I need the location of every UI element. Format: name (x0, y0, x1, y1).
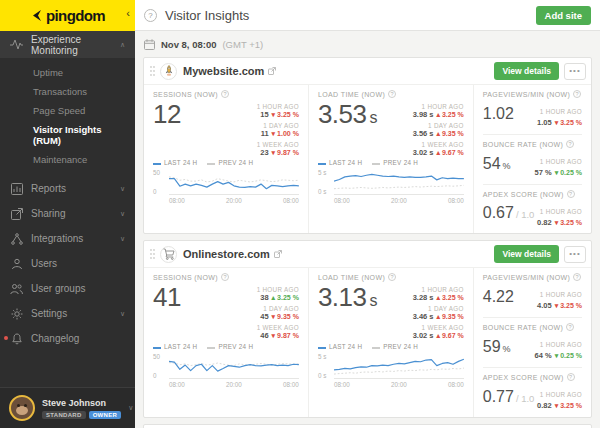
legend-last-swatch (318, 347, 326, 349)
history-value: 57 % (535, 168, 552, 177)
loadtime-column: LOAD TIME (NOW) 3.53s 1 HOUR AGO 3.98 s▴… (308, 85, 473, 233)
legend-prev-swatch (372, 347, 380, 349)
add-site-button[interactable]: Add site (536, 6, 591, 25)
sessions-column: SESSIONS (NOW) 41 1 HOUR AGO 38▴ 3.25 % … (144, 268, 308, 416)
help-icon[interactable] (388, 273, 396, 281)
sidebar-submenu: Uptime Transactions Page Speed Visitor I… (0, 58, 135, 176)
history-delta: ▾ 0.25 % (555, 352, 582, 359)
site-card: Mywebsite.com View details SESSIONS (NOW… (143, 57, 592, 234)
history-delta: ▴ 3.25 % (272, 294, 299, 301)
sidebar-item-visitor-insights[interactable]: Visitor Insights (RUM) (0, 120, 135, 150)
help-icon[interactable] (144, 9, 157, 22)
history-label: 1 WEEK AGO (257, 141, 299, 148)
history-label: 1 HOUR AGO (257, 103, 299, 110)
chart-legend: LAST 24 H PREV 24 H (318, 343, 464, 350)
history-label: 1 HOUR AGO (540, 341, 582, 348)
bounce-value: 54% (483, 155, 511, 173)
view-details-button[interactable]: View details (494, 245, 559, 263)
sidebar-item-page-speed[interactable]: Page Speed (0, 101, 135, 120)
drag-handle-icon[interactable] (148, 63, 157, 79)
pingdom-logo-text: pingdom (46, 7, 105, 24)
history-label: 1 HOUR AGO (257, 286, 299, 293)
legend-last-label: LAST 24 H (164, 343, 197, 350)
x-tick: 08:00 (169, 381, 185, 388)
help-icon[interactable] (573, 90, 581, 98)
bounce-number: 59 (483, 338, 501, 355)
share-icon (10, 207, 23, 220)
bounce-value: 59% (483, 338, 511, 356)
apdex-label: APDEX SCORE (NOW) (483, 374, 564, 381)
help-icon[interactable] (567, 373, 575, 381)
history-label: 1 HOUR AGO (540, 108, 582, 115)
sidebar-item-transactions[interactable]: Transactions (0, 82, 135, 101)
sessions-chart (169, 353, 299, 379)
sidebar-collapse-icon[interactable]: ‹ (126, 8, 130, 19)
more-button[interactable] (564, 246, 586, 263)
sidebar-item-uptime[interactable]: Uptime (0, 63, 135, 82)
history-value: 1.05 (537, 118, 552, 127)
history-label: 1 WEEK AGO (413, 141, 464, 148)
help-icon[interactable] (567, 190, 575, 198)
sidebar-item-integrations[interactable]: Integrations ∨ (0, 226, 135, 251)
sidebar-item-label: Integrations (31, 233, 83, 244)
user-name: Steve Johnson (42, 398, 121, 408)
site-name: Onlinestore.com (183, 248, 270, 260)
history-value: 45 (260, 312, 268, 321)
drag-handle-icon[interactable] (148, 246, 157, 262)
history-value: 11 (261, 129, 269, 138)
user-menu[interactable]: Steve Johnson STANDARD OWNER ∨ (0, 387, 135, 428)
help-icon[interactable] (221, 273, 229, 281)
sidebar-item-maintenance[interactable]: Maintenance (0, 150, 135, 169)
pingdom-logo[interactable]: pingdom ‹ (0, 0, 135, 31)
history-delta: ▴ 9.67 % (436, 332, 463, 339)
sessions-history: 1 HOUR AGO 38▴ 3.25 % 1 DAY AGO 45▾ 9.35… (257, 284, 299, 340)
loadtime-chart (334, 353, 464, 379)
chevron-down-icon: ∨ (120, 185, 125, 193)
site-name: Mywebsite.com (183, 65, 264, 77)
x-tick: 08:00 (283, 197, 299, 204)
sidebar-item-experience-monitoring[interactable]: Experience Monitoring ∧ (0, 31, 135, 58)
sessions-sparkline: 500 08:0020:0008:00 (153, 353, 299, 388)
help-icon[interactable] (566, 323, 574, 331)
x-tick: 20:00 (226, 381, 242, 388)
sessions-label: SESSIONS (NOW) (153, 91, 218, 98)
help-icon[interactable] (566, 140, 574, 148)
main-content: Visitor Insights Add site Nov 8, 08:00 (… (135, 0, 600, 428)
legend-last-label: LAST 24 H (329, 343, 362, 350)
apdex-denominator: / 1.0 (516, 393, 535, 404)
history-label: 1 HOUR AGO (413, 103, 464, 110)
sidebar-item-changelog[interactable]: Changelog (0, 326, 135, 351)
loadtime-chart (334, 169, 464, 195)
sidebar-item-users[interactable]: Users (0, 251, 135, 276)
x-tick: 08:00 (283, 381, 299, 388)
help-icon[interactable] (573, 273, 581, 281)
notification-dot (4, 336, 8, 340)
sidebar-item-label: Settings (31, 308, 67, 319)
more-button[interactable] (564, 63, 586, 80)
external-link-icon[interactable] (268, 67, 276, 75)
site-favicon (160, 63, 177, 80)
history-delta: ▾ 3.25 % (272, 111, 299, 118)
rocket-icon (164, 65, 174, 77)
apdex-metric: APDEX SCORE (NOW) 0.67/ 1.0 1 HOUR AGO 0… (483, 185, 582, 234)
sidebar-item-user-groups[interactable]: User groups (0, 276, 135, 301)
site-cards-list: Mywebsite.com View details SESSIONS (NOW… (135, 57, 600, 428)
date-picker[interactable]: Nov 8, 08:00 (GMT +1) (135, 31, 600, 57)
site-favicon (160, 246, 177, 263)
help-icon[interactable] (221, 90, 229, 98)
history-value: 3.02 s (413, 148, 434, 157)
sidebar-item-reports[interactable]: Reports ∨ (0, 176, 135, 201)
history-value: 3.56 s (413, 129, 434, 138)
view-details-button[interactable]: View details (494, 62, 559, 80)
help-icon[interactable] (388, 90, 396, 98)
history-value: 46 (260, 331, 268, 340)
external-link-icon[interactable] (274, 250, 282, 258)
pageviews-value: 1.02 (483, 105, 514, 123)
history-value: 15 (260, 110, 268, 119)
bar-chart-icon (10, 182, 23, 195)
history-delta: ▾ 3.25 % (555, 302, 582, 309)
y-axis-min: 0 (153, 188, 166, 195)
sidebar-item-settings[interactable]: Settings ∨ (0, 301, 135, 326)
sidebar-item-sharing[interactable]: Sharing ∨ (0, 201, 135, 226)
y-axis-max: 50 (153, 169, 166, 176)
